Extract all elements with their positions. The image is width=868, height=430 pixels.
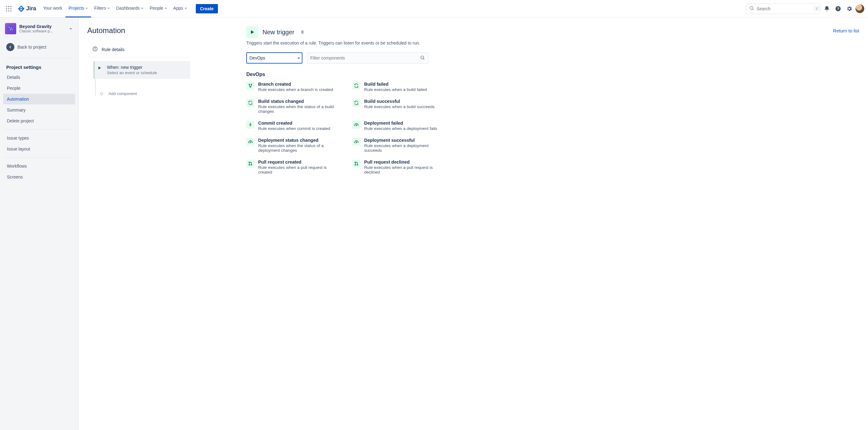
notifications-icon[interactable] bbox=[822, 4, 832, 14]
global-search[interactable]: / bbox=[746, 3, 820, 14]
trigger-title: Build failed bbox=[364, 81, 427, 87]
svg-point-2 bbox=[10, 6, 11, 7]
nav-item-label: People bbox=[150, 6, 163, 10]
sidebar-divider bbox=[5, 157, 73, 158]
trigger-description: Rule executes when commit is created bbox=[258, 126, 330, 131]
help-icon[interactable]: ? bbox=[833, 4, 843, 14]
search-shortcut: / bbox=[814, 6, 820, 11]
create-button[interactable]: Create bbox=[196, 4, 218, 13]
nav-item-label: Your work bbox=[43, 6, 62, 10]
trigger-option-deployment-failed[interactable]: Deployment failedRule executes when a de… bbox=[352, 121, 446, 131]
nav-item-people[interactable]: People bbox=[147, 0, 170, 18]
trigger-description: Rule executes when a deployment succeeds bbox=[364, 143, 446, 153]
nav-item-projects[interactable]: Projects bbox=[65, 0, 91, 18]
project-menu-chevron-icon[interactable] bbox=[68, 25, 73, 32]
rule-details-button[interactable]: Rule details bbox=[87, 44, 190, 55]
trigger-title: Deployment status changed bbox=[258, 138, 340, 143]
nav-item-apps[interactable]: Apps bbox=[170, 0, 190, 18]
chevron-down-icon bbox=[298, 56, 300, 61]
project-type: Classic software p... bbox=[19, 29, 65, 33]
sidebar-item-people[interactable]: People bbox=[3, 83, 75, 94]
svg-point-0 bbox=[6, 6, 7, 7]
svg-point-3 bbox=[6, 8, 7, 9]
svg-point-1 bbox=[8, 6, 9, 7]
trigger-option-pull-request-declined[interactable]: Pull request declinedRule executes when … bbox=[352, 160, 446, 174]
project-avatar-icon bbox=[5, 23, 16, 34]
filter-components[interactable] bbox=[307, 52, 428, 64]
project-name: Beyond Gravity bbox=[19, 24, 65, 29]
category-dropdown[interactable]: DevOps bbox=[246, 52, 303, 64]
divider bbox=[87, 57, 190, 57]
sidebar-item-issue-types[interactable]: Issue types bbox=[3, 133, 75, 143]
trigger-option-pull-request-created[interactable]: Pull request createdRule executes when a… bbox=[246, 160, 340, 174]
trigger-option-commit-created[interactable]: Commit createdRule executes when commit … bbox=[246, 121, 340, 131]
chevron-down-icon bbox=[185, 6, 187, 10]
svg-line-10 bbox=[753, 9, 753, 10]
sidebar-item-automation[interactable]: Automation bbox=[3, 94, 75, 104]
sync-icon bbox=[352, 99, 361, 107]
add-component-row[interactable]: Add component bbox=[94, 79, 190, 96]
svg-line-20 bbox=[424, 59, 424, 60]
svg-point-7 bbox=[8, 10, 9, 11]
sidebar-divider bbox=[5, 58, 73, 58]
trigger-option-build-status-changed[interactable]: Build status changedRule executes when t… bbox=[246, 99, 340, 114]
trigger-description: Rule executes when a pull request is cre… bbox=[258, 165, 340, 174]
sync-icon bbox=[352, 81, 361, 90]
trigger-description: Rule executes when a build succeeds bbox=[364, 104, 435, 109]
main-content: Automation Return to list Rule details bbox=[79, 18, 868, 430]
rule-step-trigger[interactable]: When: new trigger Select an event or sch… bbox=[94, 61, 190, 79]
sidebar-item-summary[interactable]: Summary bbox=[3, 105, 75, 115]
filter-input[interactable] bbox=[310, 56, 417, 61]
trigger-option-deployment-successful[interactable]: Deployment successfulRule executes when … bbox=[352, 138, 446, 153]
svg-point-8 bbox=[10, 10, 11, 11]
settings-icon[interactable] bbox=[844, 4, 854, 14]
trigger-play-icon bbox=[246, 26, 258, 38]
back-label: Back to project bbox=[18, 44, 46, 49]
delete-trigger-icon[interactable] bbox=[300, 29, 305, 35]
sidebar-item-workflows[interactable]: Workflows bbox=[3, 161, 75, 171]
trigger-option-build-successful[interactable]: Build successfulRule executes when a bui… bbox=[352, 99, 446, 114]
trigger-description: Rule executes when a pull request is dec… bbox=[364, 165, 446, 174]
nav-item-your-work[interactable]: Your work bbox=[40, 0, 65, 18]
add-component-label: Add component bbox=[108, 91, 137, 96]
back-to-project-link[interactable]: Back to project bbox=[2, 39, 76, 55]
trigger-option-branch-created[interactable]: Branch createdRule executes when a branc… bbox=[246, 81, 340, 92]
search-input[interactable] bbox=[757, 6, 811, 11]
jira-logo[interactable]: Jira bbox=[18, 5, 36, 12]
nav-item-label: Dashboards bbox=[116, 6, 140, 10]
nav-item-label: Apps bbox=[173, 6, 183, 10]
svg-text:?: ? bbox=[837, 6, 839, 10]
sidebar-item-delete-project[interactable]: Delete project bbox=[3, 115, 75, 126]
project-sidebar: Beyond Gravity Classic software p... Bac… bbox=[0, 18, 79, 430]
nav-item-filters[interactable]: Filters bbox=[91, 0, 113, 18]
cloud-upload-icon bbox=[246, 138, 254, 146]
trigger-description: Rule executes when the status of a deplo… bbox=[258, 143, 340, 153]
trigger-title: Deployment successful bbox=[364, 138, 446, 143]
sidebar-item-screens[interactable]: Screens bbox=[3, 172, 75, 182]
commit-icon bbox=[246, 121, 254, 129]
sync-icon bbox=[246, 99, 254, 107]
sidebar-divider bbox=[5, 129, 73, 130]
trigger-title: Build status changed bbox=[258, 99, 340, 104]
trigger-title: Branch created bbox=[258, 81, 333, 87]
step-subtitle: Select an event or schedule bbox=[107, 70, 185, 75]
user-avatar[interactable] bbox=[856, 4, 864, 13]
trigger-option-build-failed[interactable]: Build failedRule executes when a build f… bbox=[352, 81, 446, 92]
topnav-left: Jira Your workProjectsFiltersDashboardsP… bbox=[4, 0, 218, 18]
trigger-option-deployment-status-changed[interactable]: Deployment status changedRule executes w… bbox=[246, 138, 340, 153]
app-switcher-icon[interactable] bbox=[4, 4, 14, 14]
step-title: When: new trigger bbox=[107, 65, 185, 70]
svg-point-6 bbox=[6, 10, 7, 11]
sidebar-item-issue-layout[interactable]: Issue layout bbox=[3, 144, 75, 154]
product-name: Jira bbox=[26, 5, 36, 12]
trigger-description: Rule executes when a build failed bbox=[364, 87, 427, 92]
svg-point-15 bbox=[12, 29, 13, 30]
trigger-description: Rule executes when a deployment fails bbox=[364, 126, 437, 131]
trigger-description: Rule executes when a branch is created bbox=[258, 87, 333, 92]
project-header[interactable]: Beyond Gravity Classic software p... bbox=[2, 23, 76, 38]
search-icon bbox=[749, 6, 754, 11]
sidebar-item-details[interactable]: Details bbox=[3, 72, 75, 82]
nav-item-dashboards[interactable]: Dashboards bbox=[113, 0, 147, 18]
top-navigation: Jira Your workProjectsFiltersDashboardsP… bbox=[0, 0, 868, 18]
nav-item-label: Filters bbox=[94, 6, 106, 10]
